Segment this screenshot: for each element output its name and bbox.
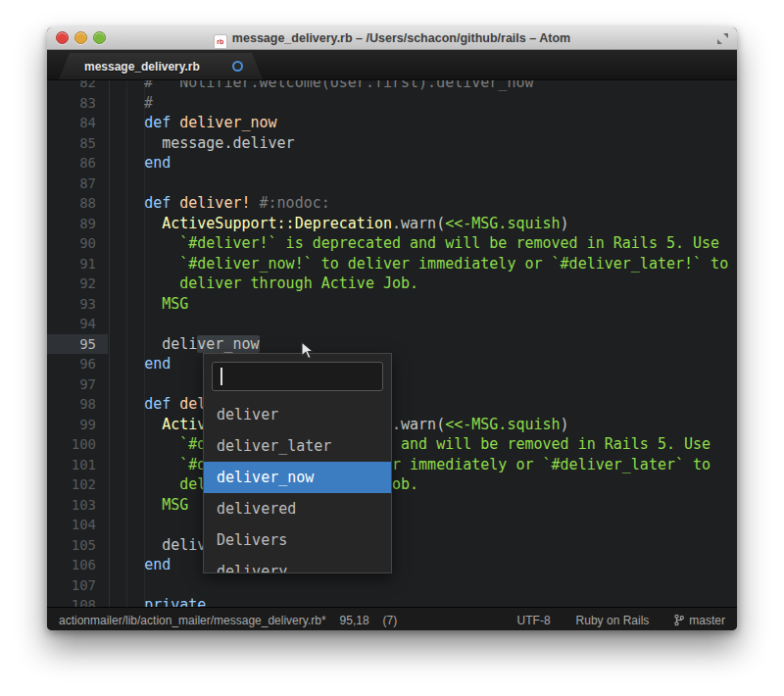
line-number[interactable]: 97 xyxy=(47,374,108,395)
autocomplete-item[interactable]: deliver_later xyxy=(204,430,391,462)
status-bar: actionmailer/lib/action_mailer/message_d… xyxy=(47,607,737,630)
code-line[interactable]: deliver through Active Job. xyxy=(109,273,737,294)
line-number[interactable]: 106 xyxy=(47,555,108,575)
code-line[interactable]: def deliver_now xyxy=(109,113,737,133)
line-number[interactable]: 82 xyxy=(47,80,108,93)
autocomplete-item[interactable]: delivery xyxy=(204,556,391,573)
branch-icon xyxy=(674,614,684,626)
code-line[interactable] xyxy=(109,575,737,596)
window-title: rbmessage_delivery.rb – /Users/schacon/g… xyxy=(47,27,737,49)
text-caret xyxy=(220,368,222,385)
line-number[interactable]: 108 xyxy=(47,595,108,607)
fullscreen-icon[interactable] xyxy=(716,32,729,45)
code-line[interactable] xyxy=(109,314,737,334)
window-title-text: message_delivery.rb – /Users/schacon/git… xyxy=(232,31,570,45)
autocomplete-item[interactable]: deliver xyxy=(204,399,391,430)
line-number[interactable]: 107 xyxy=(47,575,108,596)
line-number[interactable]: 90 xyxy=(47,233,108,254)
line-number[interactable]: 84 xyxy=(47,113,108,133)
mouse-pointer-icon xyxy=(300,341,314,361)
autocomplete-popup: deliverdeliver_laterdeliver_nowdelivered… xyxy=(203,353,392,573)
line-number[interactable]: 95 xyxy=(47,334,108,355)
tab-label: message_delivery.rb xyxy=(84,60,200,74)
ruby-file-icon: rb xyxy=(214,34,227,49)
line-number[interactable]: 101 xyxy=(47,455,108,475)
code-line[interactable]: def deliver! #:nodoc: xyxy=(109,193,737,214)
gutter: 8283848586878889909192939495969798991001… xyxy=(47,80,108,607)
line-number[interactable]: 100 xyxy=(47,434,108,455)
autocomplete-input[interactable] xyxy=(212,362,383,391)
line-number[interactable]: 86 xyxy=(47,153,108,174)
line-number[interactable]: 98 xyxy=(47,394,108,415)
line-number[interactable]: 83 xyxy=(47,93,108,114)
line-number[interactable]: 103 xyxy=(47,495,108,516)
code-editor[interactable]: 8283848586878889909192939495969798991001… xyxy=(47,80,737,607)
branch-label: master xyxy=(689,614,725,627)
line-number[interactable]: 99 xyxy=(47,415,108,435)
line-number[interactable]: 102 xyxy=(47,474,108,495)
autocomplete-list: deliverdeliver_laterdeliver_nowdelivered… xyxy=(204,399,391,573)
file-path: actionmailer/lib/action_mailer/message_d… xyxy=(59,614,326,627)
code-line[interactable] xyxy=(109,174,737,194)
atom-window: rbmessage_delivery.rb – /Users/schacon/g… xyxy=(47,27,737,630)
git-branch[interactable]: master xyxy=(674,614,725,627)
line-number[interactable]: 85 xyxy=(47,133,108,154)
tab-bar: message_delivery.rb xyxy=(47,50,737,80)
line-number[interactable]: 93 xyxy=(47,294,108,315)
code-line[interactable]: MSG xyxy=(109,294,737,315)
code-line[interactable]: deliver_now xyxy=(109,334,737,355)
line-number[interactable]: 94 xyxy=(47,314,108,334)
line-number[interactable]: 96 xyxy=(47,354,108,374)
code-line[interactable]: `#deliver_now!` to deliver immediately o… xyxy=(109,254,737,274)
grammar-label[interactable]: Ruby on Rails xyxy=(576,614,650,627)
encoding-label[interactable]: UTF-8 xyxy=(517,614,551,627)
tab-message-delivery[interactable]: message_delivery.rb xyxy=(59,53,263,79)
code-line[interactable]: private xyxy=(109,595,737,607)
change-count-badge: (7) xyxy=(383,614,398,627)
code-line[interactable]: `#deliver!` is deprecated and will be re… xyxy=(109,233,737,254)
autocomplete-item[interactable]: Delivers xyxy=(204,524,391,556)
code-line[interactable]: # Notifier.welcome(User.first).deliver_n… xyxy=(109,80,737,93)
autocomplete-item[interactable]: deliver_now xyxy=(204,462,391,493)
line-number[interactable]: 88 xyxy=(47,193,108,214)
title-bar[interactable]: rbmessage_delivery.rb – /Users/schacon/g… xyxy=(47,27,737,50)
modified-indicator-icon[interactable] xyxy=(232,61,243,72)
code-line[interactable]: ActiveSupport::Deprecation.warn(<<-MSG.s… xyxy=(109,214,737,234)
line-number[interactable]: 91 xyxy=(47,254,108,274)
cursor-position[interactable]: 95,18 xyxy=(340,614,369,627)
line-number[interactable]: 105 xyxy=(47,535,108,556)
code-line[interactable]: # xyxy=(109,93,737,114)
line-number[interactable]: 89 xyxy=(47,214,108,234)
autocomplete-item[interactable]: delivered xyxy=(204,493,391,524)
line-number[interactable]: 87 xyxy=(47,174,108,194)
code-line[interactable]: message.deliver xyxy=(109,133,737,154)
line-number[interactable]: 104 xyxy=(47,515,108,535)
line-number[interactable]: 92 xyxy=(47,273,108,294)
code-line[interactable]: end xyxy=(109,153,737,174)
